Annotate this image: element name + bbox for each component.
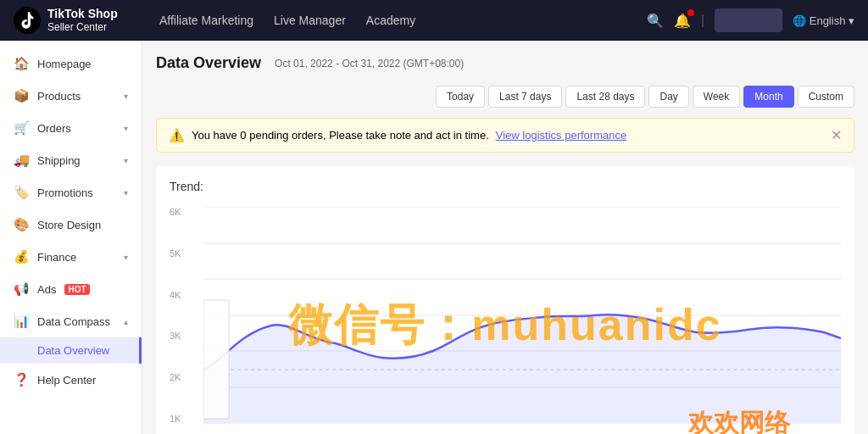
top-nav: TikTok Shop Seller Center Affiliate Mark…	[0, 0, 868, 41]
sidebar-item-shipping[interactable]: 🚚 Shipping ▾	[0, 144, 142, 176]
nav-academy[interactable]: Academy	[366, 14, 415, 27]
sidebar-label-orders: Orders	[37, 122, 71, 135]
sidebar-label-finance: Finance	[37, 251, 76, 264]
date-range: Oct 01, 2022 - Oct 31, 2022 (GMT+08:00)	[275, 58, 464, 70]
filter-28days[interactable]: Last 28 days	[565, 86, 645, 108]
sidebar-item-data-compass[interactable]: 📊 Data Compass ▴	[0, 305, 142, 337]
main-content: Data Overview Oct 01, 2022 - Oct 31, 202…	[142, 41, 868, 434]
chart-svg-area	[203, 207, 841, 424]
orders-icon: 🛒	[14, 120, 29, 136]
filter-day[interactable]: Day	[648, 86, 688, 108]
sidebar-item-help-center[interactable]: ❓ Help Center	[0, 364, 142, 396]
y-label-2k: 2K	[170, 372, 200, 382]
products-icon: 📦	[14, 88, 29, 103]
sidebar-item-finance[interactable]: 💰 Finance ▾	[0, 241, 142, 273]
sidebar-label-shipping: Shipping	[37, 154, 81, 167]
nav-links: Affiliate Marketing Live Manager Academy	[159, 14, 620, 27]
avatar[interactable]	[715, 8, 782, 32]
main-layout: 🏠 Homepage 📦 Products ▾ 🛒 Orders ▾ 🚚 Shi…	[0, 41, 868, 434]
sidebar-item-promotions[interactable]: 🏷️ Promotions ▾	[0, 176, 142, 209]
y-label-4k: 4K	[170, 290, 200, 300]
data-compass-icon: 📊	[14, 314, 29, 329]
shipping-chevron: ▾	[124, 156, 128, 165]
notification-icon[interactable]: 🔔	[674, 13, 691, 29]
y-label-5k: 5K	[170, 248, 200, 259]
sidebar-label-store-design: Store Design	[37, 219, 101, 231]
notif-badge	[687, 9, 694, 16]
chart-title: Trend:	[170, 180, 841, 193]
help-icon: ❓	[14, 372, 29, 387]
alert-close-button[interactable]: ✕	[831, 127, 842, 143]
alert-banner: ⚠️ You have 0 pending orders, Please tak…	[156, 118, 854, 153]
time-filters: Today Last 7 days Last 28 days Day Week …	[436, 86, 854, 108]
promotions-icon: 🏷️	[14, 185, 29, 200]
search-nav-icon[interactable]: 🔍	[647, 13, 664, 29]
page-title: Data Overview	[156, 54, 261, 72]
sidebar-label-help: Help Center	[37, 374, 96, 387]
sidebar-label-data-compass: Data Compass	[37, 315, 110, 328]
language-selector[interactable]: 🌐 English ▾	[793, 14, 854, 27]
products-chevron: ▾	[124, 92, 128, 101]
sidebar-label-homepage: Homepage	[37, 58, 92, 70]
finance-icon: 💰	[14, 249, 29, 264]
filter-week[interactable]: Week	[693, 86, 740, 108]
logo-text: TikTok Shop Seller Center	[47, 7, 118, 33]
sidebar-item-homepage[interactable]: 🏠 Homepage	[0, 47, 142, 80]
data-compass-chevron: ▴	[124, 317, 128, 326]
y-label-3k: 3K	[170, 331, 200, 341]
finance-chevron: ▾	[124, 253, 128, 262]
y-label-6k: 6K	[170, 207, 200, 217]
alert-icon: ⚠️	[169, 128, 185, 143]
store-design-icon: 🎨	[14, 217, 29, 232]
filter-month[interactable]: Month	[743, 86, 793, 108]
sidebar: 🏠 Homepage 📦 Products ▾ 🛒 Orders ▾ 🚚 Shi…	[0, 41, 142, 434]
nav-affiliate[interactable]: Affiliate Marketing	[159, 14, 253, 27]
page-header: Data Overview Oct 01, 2022 - Oct 31, 202…	[156, 54, 854, 108]
hot-badge: HOT	[64, 284, 89, 295]
filter-today[interactable]: Today	[436, 86, 485, 108]
svg-rect-7	[203, 300, 229, 419]
nav-live[interactable]: Live Manager	[274, 14, 346, 27]
shipping-icon: 🚚	[14, 153, 29, 168]
nav-right: 🔍 🔔 | 🌐 English ▾	[647, 8, 854, 32]
orders-chevron: ▾	[124, 124, 128, 133]
ads-icon: 📢	[14, 281, 29, 297]
sidebar-item-products[interactable]: 📦 Products ▾	[0, 80, 142, 112]
homepage-icon: 🏠	[14, 56, 29, 71]
sidebar-label-promotions: Promotions	[37, 186, 93, 199]
chart-wrap: 微信号：muhuanidc 欢欢网络 1K 2K 3K 4K 5K 6K	[170, 207, 841, 434]
sidebar-label-products: Products	[37, 90, 81, 103]
sidebar-item-orders[interactable]: 🛒 Orders ▾	[0, 112, 142, 144]
tiktok-logo-icon	[14, 7, 41, 34]
logo-area: TikTok Shop Seller Center	[14, 7, 132, 34]
y-axis: 1K 2K 3K 4K 5K 6K	[170, 207, 200, 424]
sidebar-subitem-data-overview[interactable]: Data Overview	[0, 337, 142, 364]
alert-text: You have 0 pending orders, Please take n…	[192, 129, 489, 142]
sidebar-label-data-overview: Data Overview	[37, 344, 109, 357]
filter-custom[interactable]: Custom	[798, 86, 854, 108]
alert-link[interactable]: View logistics performance	[496, 129, 626, 142]
filter-7days[interactable]: Last 7 days	[488, 86, 562, 108]
promotions-chevron: ▾	[124, 188, 128, 198]
sidebar-item-store-design[interactable]: 🎨 Store Design	[0, 209, 142, 241]
chart-container: Trend: 微信号：muhuanidc 欢欢网络 1K 2K 3K 4K 5K…	[156, 166, 854, 434]
y-label-1k: 1K	[170, 414, 200, 424]
sidebar-label-ads: Ads	[37, 283, 56, 296]
sidebar-item-ads[interactable]: 📢 Ads HOT	[0, 273, 142, 305]
divider: |	[701, 13, 704, 28]
